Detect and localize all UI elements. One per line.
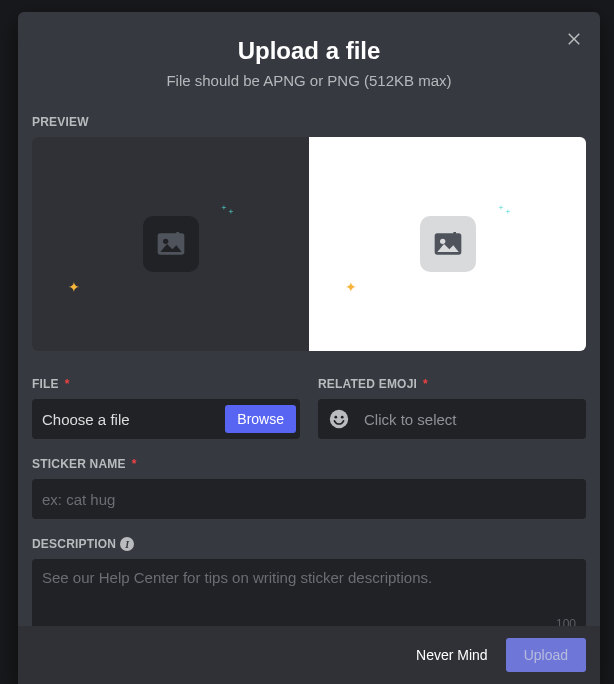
- char-count: 100: [556, 617, 576, 626]
- related-emoji-label: RELATED EMOJI *: [318, 377, 586, 391]
- sparkle-icon: ✦: [68, 279, 80, 295]
- sparkle-icon: ⁺₊: [221, 203, 235, 216]
- required-marker: *: [132, 457, 137, 471]
- preview-row: ⁺₊ ✦ ⁺₊: [32, 137, 586, 351]
- description-wrap: 100: [32, 559, 586, 626]
- modal-header: Upload a file File should be APNG or PNG…: [18, 12, 600, 95]
- description-input[interactable]: [32, 559, 586, 625]
- upload-file-modal: Upload a file File should be APNG or PNG…: [18, 12, 600, 684]
- svg-point-9: [334, 416, 337, 419]
- required-marker: *: [65, 377, 70, 391]
- browse-button[interactable]: Browse: [225, 405, 296, 433]
- file-label: FILE *: [32, 377, 300, 391]
- svg-point-1: [163, 239, 168, 244]
- emoji-picker[interactable]: Click to select: [318, 399, 586, 439]
- smile-icon: [328, 408, 350, 430]
- svg-point-10: [341, 416, 344, 419]
- sparkle-icon: ⁺₊: [498, 203, 512, 216]
- description-label-text: DESCRIPTION: [32, 537, 116, 551]
- close-button[interactable]: [562, 26, 586, 50]
- file-label-text: FILE: [32, 377, 59, 391]
- modal-content: PREVIEW ⁺₊ ✦ ⁺₊: [18, 95, 600, 626]
- svg-rect-7: [450, 235, 458, 238]
- svg-point-8: [330, 410, 348, 428]
- modal-footer: Never Mind Upload: [18, 626, 600, 684]
- image-placeholder-light: [420, 216, 476, 272]
- preview-tile-dark: ⁺₊ ✦: [32, 137, 309, 351]
- file-placeholder-text: Choose a file: [42, 411, 130, 428]
- info-icon[interactable]: i: [120, 537, 134, 551]
- sticker-name-input[interactable]: [32, 479, 586, 519]
- add-image-icon: [155, 228, 187, 260]
- emoji-placeholder: Click to select: [364, 411, 457, 428]
- sticker-name-label: STICKER NAME *: [32, 457, 586, 471]
- related-emoji-label-text: RELATED EMOJI: [318, 377, 417, 391]
- modal-title: Upload a file: [34, 36, 584, 66]
- preview-tile-light: ⁺₊ ✦: [309, 137, 586, 351]
- close-icon: [565, 29, 583, 47]
- required-marker: *: [423, 377, 428, 391]
- sticker-name-label-text: STICKER NAME: [32, 457, 126, 471]
- description-label: DESCRIPTION i: [32, 537, 586, 551]
- svg-point-5: [440, 239, 445, 244]
- cancel-button[interactable]: Never Mind: [416, 647, 488, 663]
- sparkle-icon: ✦: [345, 279, 357, 295]
- modal-subtitle: File should be APNG or PNG (512KB max): [34, 72, 584, 89]
- file-picker[interactable]: Choose a file Browse: [32, 399, 300, 439]
- upload-button[interactable]: Upload: [506, 638, 586, 672]
- add-image-icon: [432, 228, 464, 260]
- preview-label: PREVIEW: [32, 115, 586, 129]
- image-placeholder-dark: [143, 216, 199, 272]
- svg-rect-3: [173, 235, 181, 238]
